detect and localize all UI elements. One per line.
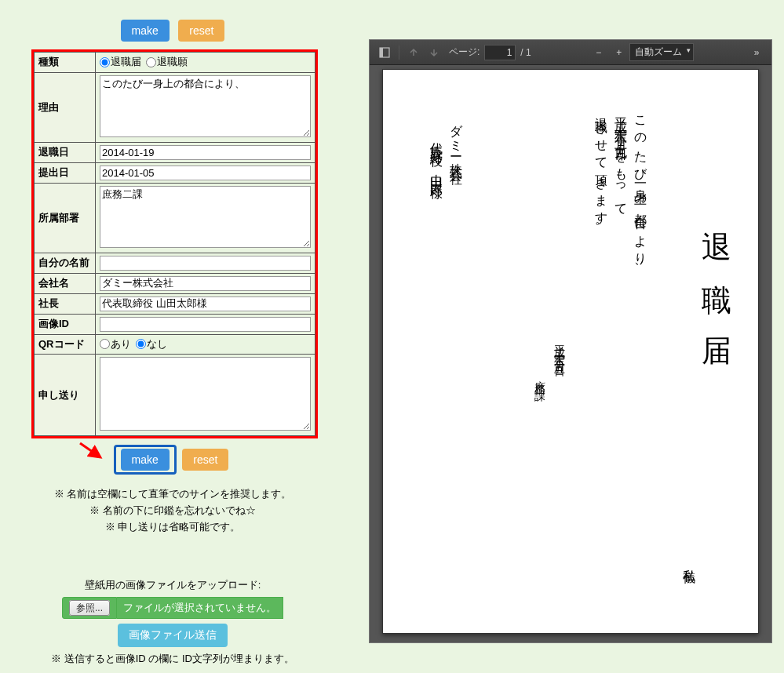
- make-button-top[interactable]: make: [121, 20, 170, 42]
- resign-date-input[interactable]: [100, 145, 311, 160]
- label-memo: 申し送り: [35, 355, 96, 436]
- doc-president: 代表取締役 山田太郎様: [428, 133, 444, 180]
- notes: ※ 名前は空欄にして直筆でのサインを推奨します。 ※ 名前の下に印鑑を忘れないで…: [0, 486, 345, 535]
- president-input[interactable]: [100, 296, 311, 311]
- zoom-out-icon[interactable]: −: [589, 43, 608, 62]
- company-input[interactable]: [100, 276, 311, 291]
- label-president: 社長: [35, 293, 96, 314]
- label-qr: QRコード: [35, 334, 96, 355]
- chevron-down-icon: ▾: [687, 46, 691, 54]
- bottom-button-row: make reset: [0, 445, 345, 475]
- upload-hint: ※ 送信すると画像ID の欄に ID文字列が埋まります。: [0, 652, 345, 666]
- radio-label-notice: 退職届: [111, 55, 141, 69]
- radio-label-qr-yes: あり: [111, 337, 131, 351]
- department-textarea[interactable]: 庶務二課: [100, 186, 311, 248]
- make-button-bottom[interactable]: make: [121, 449, 170, 471]
- note-line-1: ※ 名前は空欄にして直筆でのサインを推奨します。: [0, 486, 345, 503]
- form-container: 種類 退職届 退職願 理由 このたび一身上の都合により、 退職日 提出日: [31, 49, 318, 438]
- note-line-2: ※ 名前の下に印鑑を忘れないでね☆: [0, 503, 345, 519]
- doc-department: 庶務二課: [532, 372, 546, 384]
- label-reason: 理由: [35, 72, 96, 142]
- radio-label-request: 退職願: [157, 55, 188, 69]
- file-status: ファイルが選択されていません。: [117, 597, 283, 619]
- tools-expand-icon[interactable]: »: [747, 43, 766, 62]
- upload-heading: 壁紙用の画像ファイルをアップロード:: [0, 578, 345, 592]
- doc-company: ダミー株式会社: [447, 115, 464, 166]
- prev-page-icon[interactable]: [404, 43, 423, 62]
- doc-body-1: このたび一身上の都合により、: [632, 107, 648, 277]
- sidebar-toggle-icon[interactable]: [375, 43, 394, 62]
- svg-rect-2: [380, 48, 383, 57]
- label-my-name: 自分の名前: [35, 253, 96, 273]
- image-id-input[interactable]: [100, 317, 311, 332]
- radio-type-request[interactable]: [146, 57, 156, 67]
- submit-date-input[interactable]: [100, 166, 311, 180]
- doc-shigi: 私儀: [680, 560, 697, 563]
- page-label: ページ:: [449, 45, 480, 59]
- note-line-3: ※ 申し送りは省略可能です。: [0, 519, 345, 536]
- zoom-value: 自動ズーム: [635, 46, 682, 57]
- label-company: 会社名: [35, 273, 96, 293]
- radio-type-notice[interactable]: [100, 57, 110, 67]
- radio-qr-no[interactable]: [136, 339, 146, 349]
- doc-title: 退職届: [696, 207, 736, 489]
- label-submit-date: 提出日: [35, 162, 96, 183]
- make-button-highlight: make: [114, 445, 177, 475]
- pdf-toolbar: ページ: / 1 − + 自動ズーム ▾ »: [370, 40, 771, 65]
- label-type: 種類: [35, 53, 96, 73]
- zoom-select[interactable]: 自動ズーム ▾: [629, 43, 694, 61]
- radio-label-qr-no: なし: [147, 337, 167, 351]
- upload-send-button[interactable]: 画像ファイル送信: [118, 624, 228, 647]
- cell-qr: あり なし: [96, 334, 315, 355]
- browse-button[interactable]: 参照...: [62, 597, 117, 619]
- reset-button-top[interactable]: reset: [178, 20, 224, 42]
- reset-button-bottom[interactable]: reset: [182, 449, 228, 471]
- label-resign-date: 退職日: [35, 142, 96, 162]
- zoom-in-icon[interactable]: +: [610, 43, 629, 62]
- page-total: / 1: [520, 47, 531, 58]
- browse-inner: 参照...: [69, 600, 110, 616]
- upload-section: 壁紙用の画像ファイルをアップロード: 参照... ファイルが選択されていません。…: [0, 578, 345, 666]
- radio-qr-yes[interactable]: [100, 339, 110, 349]
- svg-line-0: [80, 443, 100, 457]
- pdf-page: 退職届 私儀 このたび一身上の都合により、 平成二十六年一月十九日をもって 退職…: [382, 69, 759, 634]
- label-department: 所属部署: [35, 183, 96, 253]
- label-image-id: 画像ID: [35, 314, 96, 334]
- my-name-input[interactable]: [100, 256, 311, 271]
- arrow-icon: [77, 440, 108, 464]
- reason-textarea[interactable]: このたび一身上の都合により、: [100, 75, 311, 137]
- top-button-row: make reset: [0, 20, 345, 42]
- cell-type: 退職届 退職願: [96, 53, 315, 73]
- doc-body-3: 退職させて頂きます。: [593, 107, 609, 236]
- doc-submit-date: 平成二十六年一月五日: [552, 336, 566, 360]
- pdf-body[interactable]: 退職届 私儀 このたび一身上の都合により、 平成二十六年一月十九日をもって 退職…: [370, 65, 771, 642]
- next-page-icon[interactable]: [425, 43, 443, 62]
- pdf-viewer: ページ: / 1 − + 自動ズーム ▾ » 退職届 私儀 このたび一身上の都合…: [369, 39, 772, 643]
- memo-textarea[interactable]: [100, 357, 311, 431]
- doc-body-2: 平成二十六年一月十九日をもって: [612, 107, 629, 212]
- page-number-input[interactable]: [484, 45, 516, 60]
